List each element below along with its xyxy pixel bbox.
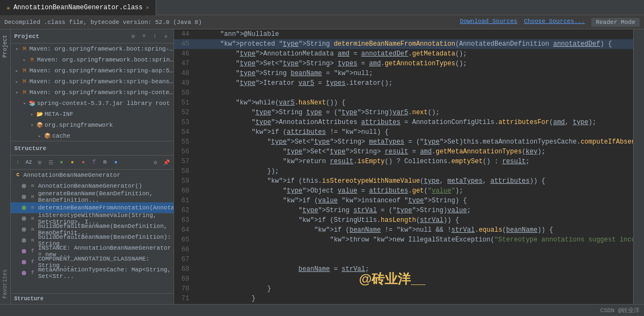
code-content: "kw">throw "kw">new IllegalStateExceptio… xyxy=(202,235,633,245)
tree-item[interactable]: ▾MMaven: org.springframework:spring-cont… xyxy=(11,87,174,98)
tree-item[interactable]: ▾📦org.springframework xyxy=(11,120,174,131)
tree-item[interactable]: ▸MMaven: org.springframework:spring-bean… xyxy=(11,76,174,87)
struct-item[interactable]: CAnnotationBeanNameGenerator xyxy=(11,170,174,181)
project-toolbar-icon4[interactable]: ✕ xyxy=(162,32,170,41)
gutter xyxy=(194,215,202,225)
struct-item[interactable]: fCOMPONENT_ANNOTATION_CLASSNAME: String … xyxy=(11,257,174,268)
struct-btn-blue[interactable]: ● xyxy=(111,158,121,168)
gutter xyxy=(194,49,202,59)
status-csdn: CSDN @砖业洋 xyxy=(600,306,640,314)
struct-item[interactable]: mdetermineBeanNameFromAnnotation(Annotat… xyxy=(11,202,174,213)
vtab-project[interactable]: Project xyxy=(1,32,9,61)
code-content: "kw">if (attributes != "kw">null) { xyxy=(202,127,633,137)
tree-node-icon: 📂 xyxy=(36,110,44,118)
struct-item[interactable]: mbuildDefaultBeanName(BeanDefinition, Be… xyxy=(11,224,174,235)
struct-btn-method[interactable]: m xyxy=(100,158,110,168)
tree-item[interactable]: ▸MMaven: org.springframework:spring-aop:… xyxy=(11,65,174,76)
struct-item[interactable]: fmetaAnnotationTypesCache: Map<String, S… xyxy=(11,268,174,278)
structure-vtab[interactable]: Structure xyxy=(11,293,174,304)
code-line: 56 "type">Set<"type">String> result = am… xyxy=(174,147,633,157)
code-content: "ann">@Nullable xyxy=(202,29,633,39)
structure-panel-title: Structure xyxy=(14,145,170,152)
code-line: 69 xyxy=(174,274,633,284)
project-panel-header: Project ⚙ ≡ ↕ ✕ xyxy=(11,29,174,44)
code-line: 63 "kw">if (StringUtils.hasLength(strVal… xyxy=(174,215,633,225)
code-content: "type">Set<"type">String> metaTypes = ("… xyxy=(202,137,633,147)
line-number: 54 xyxy=(174,127,194,137)
code-content: } xyxy=(202,294,633,303)
struct-item-label: generateBeanName(BeanDefinition, BeanDef… xyxy=(38,190,174,203)
tree-item-label: Maven: org.springframework:spring-aop:5.… xyxy=(29,67,174,74)
tree-item[interactable]: ▾MMaven: org.springframework.boot:spring… xyxy=(11,44,174,54)
tab-icon: ☕ xyxy=(7,4,10,11)
tab-close-icon[interactable]: ✕ xyxy=(146,4,149,11)
struct-type-icon: f xyxy=(29,258,36,266)
struct-item[interactable]: mAnnotationBeanNameGenerator() xyxy=(11,181,174,191)
tree-item[interactable]: ▸📦cache xyxy=(11,131,174,141)
tree-item-label: Maven: org.springframework.boot:spring-b… xyxy=(29,46,174,52)
left-sidebar: Project ⚙ ≡ ↕ ✕ ▾MMaven: org.springframe… xyxy=(11,29,174,304)
struct-btn-field[interactable]: f xyxy=(89,158,99,168)
code-line: 44 "ann">@Nullable xyxy=(174,29,633,39)
tree-item-label: Maven: org.springframework:spring-beans:… xyxy=(29,78,174,85)
tree-item[interactable]: ▸MMaven: org.springframework.boot:spring… xyxy=(11,54,174,65)
struct-type-icon: m xyxy=(29,215,36,222)
code-content xyxy=(202,274,633,284)
struct-btn-filter[interactable]: ☰ xyxy=(46,158,55,168)
struct-btn-red[interactable]: ● xyxy=(78,158,88,168)
main-layout: Project Favorites Project ⚙ ≡ ↕ ✕ ▾MMave… xyxy=(0,29,644,304)
code-scroll[interactable]: 44 "ann">@Nullable45 "kw">protected "typ… xyxy=(174,29,633,304)
struct-btn-expand[interactable]: ⊞ xyxy=(35,158,45,168)
tree-node-icon: M xyxy=(21,78,28,85)
struct-type-icon: m xyxy=(29,204,36,212)
code-content: "type">Object value = attributes.get("va… xyxy=(202,186,633,196)
project-toolbar-icon3[interactable]: ↕ xyxy=(151,32,159,41)
tree-node-icon: M xyxy=(21,45,28,53)
struct-btn-alpha[interactable]: Az xyxy=(24,158,34,168)
reader-mode-button[interactable]: Reader Mode xyxy=(591,18,640,27)
line-number: 53 xyxy=(174,117,194,127)
tree-item[interactable]: ▾📚spring-context-5.3.7.jar library root xyxy=(11,98,174,109)
code-line: 60 "type">Object value = attributes.get(… xyxy=(174,186,633,196)
struct-item[interactable]: fINSTANCE: AnnotationBeanNameGenerator =… xyxy=(11,246,174,257)
struct-item[interactable]: misStereotypeWithNameValue(String, Set<S… xyxy=(11,213,174,224)
code-content: } xyxy=(202,284,633,294)
choose-sources-link[interactable]: Choose Sources... xyxy=(524,18,585,27)
visibility-dot xyxy=(22,271,26,275)
struct-btn-settings[interactable]: ⚙ xyxy=(151,158,160,168)
line-number: 67 xyxy=(174,255,194,264)
vtab-favorites[interactable]: Favorites xyxy=(1,266,9,302)
gutter xyxy=(194,108,202,117)
tree-item[interactable]: ▸📂META-INF xyxy=(11,109,174,120)
tree-item-label: Maven: org.springframework:spring-contex… xyxy=(29,89,174,96)
tree-arrow-icon: ▾ xyxy=(13,89,21,96)
structure-list: CAnnotationBeanNameGeneratormAnnotationB… xyxy=(11,170,174,293)
struct-btn-sort[interactable]: ↕ xyxy=(13,158,23,168)
code-line: 59 "kw">if (this.isStereotypeWithNameVal… xyxy=(174,176,633,186)
struct-btn-pin[interactable]: 📌 xyxy=(162,158,171,168)
gutter xyxy=(194,196,202,206)
struct-item[interactable]: mgenerateBeanName(BeanDefinition, BeanDe… xyxy=(11,191,174,202)
struct-item-label: metaAnnotationTypesCache: Map<String, Se… xyxy=(38,267,174,280)
struct-item[interactable]: mbuildDefaultBeanName(BeanDefinition): S… xyxy=(11,235,174,246)
gutter xyxy=(194,137,202,147)
project-toolbar-icon1[interactable]: ⚙ xyxy=(129,32,138,41)
struct-btn-orange[interactable]: ● xyxy=(67,158,77,168)
tab-active[interactable]: ☕ AnnotationBeanNameGenerator.class ✕ xyxy=(0,0,156,15)
code-line: 66 xyxy=(174,245,633,255)
struct-btn-green[interactable]: ● xyxy=(57,158,66,168)
struct-type-icon: m xyxy=(29,182,36,190)
struct-type-icon: C xyxy=(14,171,22,179)
code-content: "type">AnnotationMetadata amd = annotate… xyxy=(202,49,633,59)
visibility-dot xyxy=(22,227,26,232)
line-number: 64 xyxy=(174,225,194,235)
code-content: "type">Set<"type">String> result = amd.g… xyxy=(202,147,633,157)
download-sources-link[interactable]: Download Sources xyxy=(460,18,518,27)
info-bar-actions: Download Sources Choose Sources... Reade… xyxy=(460,18,640,27)
code-line: 55 "type">Set<"type">String> metaTypes =… xyxy=(174,137,633,147)
gutter xyxy=(194,78,202,88)
tree-arrow-icon: ▸ xyxy=(28,110,36,118)
code-content: beanName = strVal; xyxy=(202,264,633,274)
line-number: 71 xyxy=(174,294,194,303)
project-toolbar-icon2[interactable]: ≡ xyxy=(140,32,148,41)
